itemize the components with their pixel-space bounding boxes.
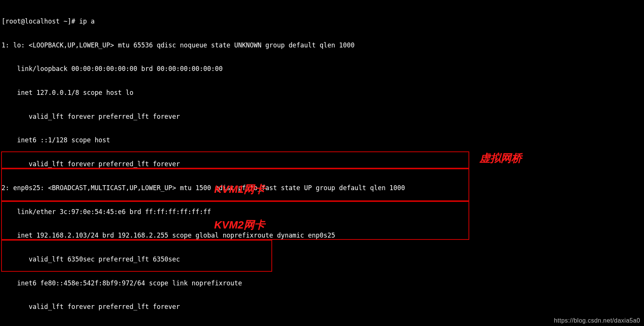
output-line: valid_lft forever preferred_lft forever	[2, 303, 471, 311]
annotation-kvm2-nic: KVM2网卡	[214, 219, 265, 232]
prompt-line: [root@localhost ~]# ip a	[2, 17, 471, 25]
output-line: link/loopback 00:00:00:00:00:00 brd 00:0…	[2, 65, 471, 73]
output-line: inet6 fe80::458e:542f:8bf9:972/64 scope …	[2, 279, 471, 287]
highlight-box-virbr0-nic	[1, 151, 469, 169]
highlight-box-brctl	[1, 240, 272, 272]
annotation-virtual-bridge: 虚拟网桥	[479, 152, 522, 165]
watermark-text: https://blog.csdn.net/daxia5a0	[554, 317, 640, 324]
output-line: 1: lo: <LOOPBACK,UP,LOWER_UP> mtu 65536 …	[2, 41, 471, 49]
annotation-kvm1-nic: KVM1网卡	[214, 183, 265, 196]
output-line: inet 127.0.0.1/8 scope host lo	[2, 89, 471, 97]
output-line: inet6 ::1/128 scope host	[2, 136, 471, 144]
output-line: valid_lft forever preferred_lft forever	[2, 113, 471, 121]
